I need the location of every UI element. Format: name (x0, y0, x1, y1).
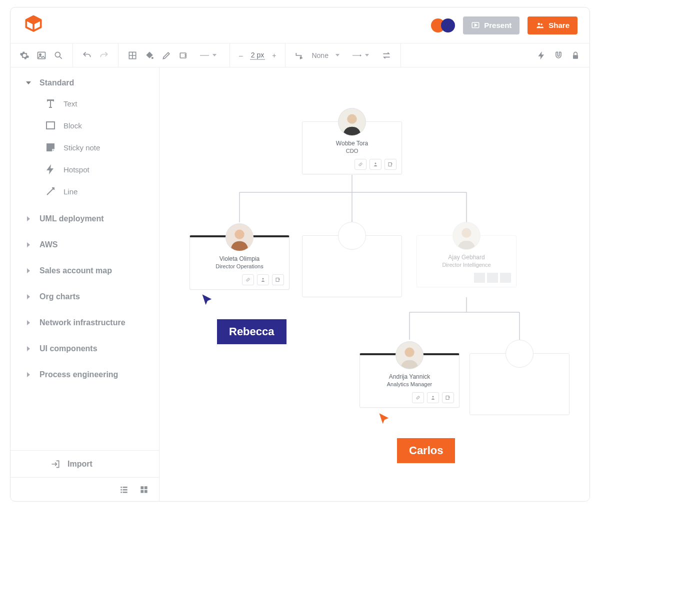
sidebar-group-label: Sales account map (40, 266, 112, 275)
person-icon[interactable] (370, 159, 382, 170)
card-name: Violeta Olimpia (195, 255, 284, 262)
canvas[interactable]: Wobbe Tora CDO Violeta Olimpia Director … (160, 67, 590, 501)
pencil-icon[interactable] (162, 50, 172, 60)
sidebar-group-label: AWS (40, 240, 58, 249)
block-icon (44, 119, 56, 131)
svg-rect-12 (46, 122, 54, 129)
lock-icon[interactable] (570, 50, 580, 60)
shape-line[interactable]: Line (10, 180, 159, 202)
card-tool-placeholder (500, 273, 511, 283)
svg-point-2 (540, 23, 542, 25)
chevron-right-icon (27, 268, 30, 273)
link-icon[interactable] (412, 392, 424, 403)
chevron-right-icon (27, 346, 30, 351)
sidebar-group-ui[interactable]: UI components (10, 339, 159, 358)
stroke-minus[interactable]: – (239, 51, 243, 59)
org-card-root[interactable]: Wobbe Tora CDO (302, 121, 402, 174)
sidebar-group-network[interactable]: Network infrastructure (10, 313, 159, 332)
redo-icon[interactable] (99, 50, 109, 60)
share-button[interactable]: Share (528, 16, 578, 34)
shape-text[interactable]: Text (10, 92, 159, 114)
link-icon[interactable] (242, 274, 254, 285)
sidebar-group-org[interactable]: Org charts (10, 287, 159, 306)
svg-rect-11 (573, 55, 578, 59)
view-switcher (10, 477, 159, 501)
avatar (226, 223, 254, 251)
avatar-placeholder (506, 340, 534, 368)
svg-rect-19 (140, 486, 144, 489)
text-icon (44, 97, 56, 109)
shape-hotspot[interactable]: Hotspot (10, 158, 159, 180)
sidebar-group-process[interactable]: Process engineering (10, 365, 159, 384)
sidebar-group-label: UI components (40, 344, 98, 353)
shape-label: Sticky note (64, 143, 100, 152)
svg-rect-21 (140, 490, 144, 493)
shape-style-icon[interactable] (178, 50, 188, 60)
shape-block[interactable]: Block (10, 114, 159, 136)
lightning-icon[interactable] (536, 50, 546, 60)
cursor-label-text: Carlos (409, 444, 443, 457)
org-card-grand[interactable]: Andrija Yannick Analytics Manager (360, 353, 460, 408)
import-button[interactable]: Import (10, 450, 159, 477)
grid-view-icon[interactable] (139, 485, 149, 495)
svg-rect-15 (120, 489, 122, 491)
svg-point-38 (262, 278, 264, 280)
remote-cursor-orange (378, 412, 392, 428)
shape-sticky[interactable]: Sticky note (10, 136, 159, 158)
org-card-placeholder[interactable] (302, 235, 402, 297)
undo-icon[interactable] (82, 50, 92, 60)
edit-icon[interactable] (442, 392, 454, 403)
sidebar-group-sales[interactable]: Sales account map (10, 261, 159, 280)
svg-point-5 (55, 52, 60, 57)
chevron-right-icon (27, 242, 30, 247)
fill-icon[interactable] (144, 50, 154, 60)
card-title: Analytics Manager (365, 381, 454, 387)
person-icon[interactable] (427, 392, 439, 403)
shape-label: Line (64, 187, 78, 196)
cursor-label-text: Rebecca (229, 325, 274, 338)
edit-icon[interactable] (384, 159, 396, 170)
svg-rect-17 (120, 492, 122, 493)
avatar-placeholder (338, 222, 366, 250)
card-title: Director Operations (195, 263, 284, 269)
connector-type-icon[interactable] (294, 50, 304, 60)
line-style-dropdown[interactable] (196, 50, 220, 60)
people-icon (536, 21, 544, 30)
org-card-ghost[interactable]: Ajay Gebhard Director Intelligence (416, 235, 516, 287)
present-button[interactable]: Present (463, 16, 520, 34)
hotspot-icon (44, 163, 56, 175)
list-view-icon[interactable] (119, 485, 129, 495)
svg-rect-8 (180, 53, 186, 58)
svg-rect-22 (144, 490, 148, 493)
sidebar-group-uml[interactable]: UML deployment (10, 209, 159, 228)
line-end-none[interactable]: None (312, 51, 328, 59)
card-name: Wobbe Tora (308, 140, 396, 147)
edit-icon[interactable] (272, 274, 284, 285)
gear-icon[interactable] (20, 50, 30, 60)
card-name: Andrija Yannick (365, 373, 454, 380)
swap-icon[interactable] (382, 50, 392, 60)
sidebar-group-aws[interactable]: AWS (10, 235, 159, 254)
org-card-left[interactable]: Violeta Olimpia Director Operations (190, 235, 290, 290)
shape-label: Text (64, 99, 78, 108)
magnet-icon[interactable] (554, 50, 564, 60)
org-card-placeholder-2[interactable] (470, 353, 570, 415)
remote-cursor-label-blue: Rebecca (217, 319, 286, 344)
stroke-width-value[interactable]: 2 px (250, 51, 265, 60)
stroke-plus[interactable]: + (272, 51, 276, 59)
image-icon[interactable] (36, 50, 46, 60)
collaborator-avatars[interactable] (431, 18, 455, 32)
dropdown-caret-icon[interactable] (336, 54, 340, 56)
svg-rect-16 (123, 489, 128, 491)
avatar (338, 108, 366, 136)
grid-icon[interactable] (128, 50, 138, 60)
header-bar: Present Share (10, 7, 590, 43)
sidebar-group-standard[interactable]: Standard (10, 73, 159, 92)
svg-point-43 (404, 348, 414, 357)
link-icon[interactable] (354, 159, 366, 170)
card-title: Director Intelligence (422, 262, 511, 268)
arrow-style-dropdown[interactable] (346, 50, 374, 60)
person-icon[interactable] (257, 274, 269, 285)
shape-label: Hotspot (64, 165, 90, 174)
search-icon[interactable] (54, 50, 64, 60)
